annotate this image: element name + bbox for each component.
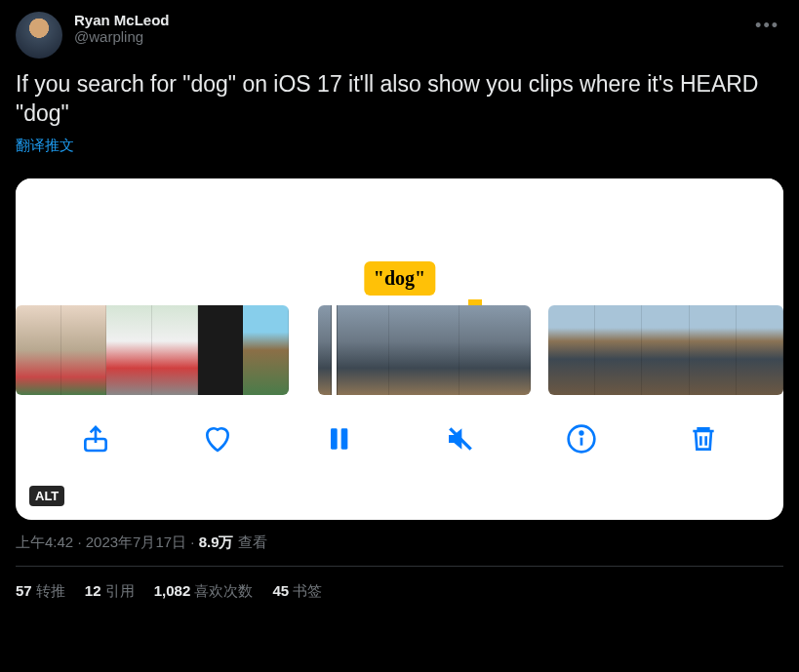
mute-button[interactable] xyxy=(445,423,476,455)
pause-icon xyxy=(323,423,354,455)
thumbnail xyxy=(318,305,389,395)
thumbnail xyxy=(16,305,61,395)
quotes-label: 引用 xyxy=(105,582,135,599)
svg-rect-2 xyxy=(341,428,348,449)
search-highlight-label: "dog" xyxy=(364,261,435,296)
heart-icon xyxy=(202,423,233,455)
svg-point-6 xyxy=(580,431,583,434)
alt-badge[interactable]: ALT xyxy=(29,486,64,506)
thumbnail xyxy=(61,305,107,395)
thumbnail xyxy=(459,305,531,395)
thumbnail xyxy=(595,305,642,395)
bookmarks-label: 书签 xyxy=(293,582,322,599)
playhead[interactable] xyxy=(332,305,337,395)
clip-gap xyxy=(531,305,548,395)
tweet-header: Ryan McLeod @warpling ••• xyxy=(16,12,783,59)
more-icon: ••• xyxy=(755,16,779,35)
thumbnail xyxy=(690,305,737,395)
quotes-stat[interactable]: 12 引用 xyxy=(85,582,135,601)
info-icon xyxy=(566,423,597,455)
tweet-stats: 57 转推 12 引用 1,082 喜欢次数 45 书签 xyxy=(16,567,783,616)
user-info: Ryan McLeod @warpling xyxy=(74,12,739,45)
likes-count: 1,082 xyxy=(154,582,191,599)
avatar-image xyxy=(16,12,62,59)
thumbnail xyxy=(106,305,152,395)
share-button[interactable] xyxy=(80,423,111,455)
clip-group-1[interactable] xyxy=(16,305,289,395)
highlight-marker xyxy=(468,299,482,305)
tweet-time[interactable]: 上午4:42 xyxy=(16,534,73,550)
info-button[interactable] xyxy=(566,423,597,455)
avatar[interactable] xyxy=(16,12,62,59)
thumbnail xyxy=(737,305,783,395)
likes-label: 喜欢次数 xyxy=(194,582,253,599)
meta-separator: · xyxy=(77,534,85,550)
thumbnail xyxy=(198,305,244,395)
clip-gap xyxy=(289,305,318,395)
media-card[interactable]: "dog" xyxy=(16,178,783,520)
trash-icon xyxy=(688,423,719,455)
views-count: 8.9万 xyxy=(199,534,234,550)
thumbnail xyxy=(152,305,198,395)
user-handle[interactable]: @warpling xyxy=(74,28,739,45)
bookmarks-stat[interactable]: 45 书签 xyxy=(272,582,322,601)
like-button[interactable] xyxy=(202,423,233,455)
mute-icon xyxy=(445,423,476,455)
quotes-count: 12 xyxy=(85,582,101,599)
tweet-meta: 上午4:42 · 2023年7月17日 · 8.9万 查看 xyxy=(16,534,783,552)
trash-button[interactable] xyxy=(688,423,719,455)
thumbnail xyxy=(548,305,595,395)
thumbnail xyxy=(642,305,689,395)
retweets-count: 57 xyxy=(16,582,32,599)
thumbnail xyxy=(243,305,289,395)
meta-separator: · xyxy=(190,534,198,550)
bookmarks-count: 45 xyxy=(272,582,289,599)
video-controls xyxy=(16,395,783,483)
media-top-area: "dog" xyxy=(16,178,783,305)
tweet-date[interactable]: 2023年7月17日 xyxy=(86,534,186,550)
share-icon xyxy=(80,423,111,455)
tweet-container: Ryan McLeod @warpling ••• If you search … xyxy=(0,0,799,628)
clip-group-3[interactable] xyxy=(548,305,783,395)
views-label-text: 查看 xyxy=(238,534,267,550)
likes-stat[interactable]: 1,082 喜欢次数 xyxy=(154,582,254,601)
thumbnail xyxy=(389,305,460,395)
more-button[interactable]: ••• xyxy=(751,12,783,40)
retweets-stat[interactable]: 57 转推 xyxy=(16,582,65,601)
svg-rect-1 xyxy=(331,428,338,449)
clip-group-2[interactable] xyxy=(318,305,531,395)
translate-link[interactable]: 翻译推文 xyxy=(16,137,74,155)
retweets-label: 转推 xyxy=(36,582,65,599)
pause-button[interactable] xyxy=(323,423,354,455)
tweet-text: If you search for "dog" on iOS 17 it'll … xyxy=(16,70,783,129)
video-filmstrip[interactable] xyxy=(16,305,783,395)
display-name[interactable]: Ryan McLeod xyxy=(74,12,739,28)
